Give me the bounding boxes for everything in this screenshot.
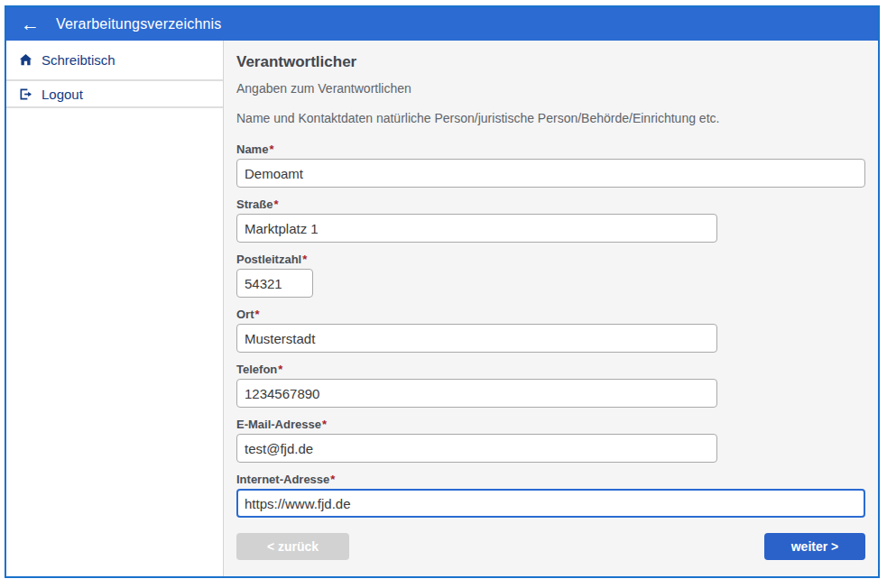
required-asterisk: * — [278, 363, 282, 376]
required-asterisk: * — [322, 418, 327, 431]
form-actions: < zurück weiter > — [236, 533, 865, 560]
page-title: Verarbeitungsverzeichnis — [56, 16, 222, 32]
required-asterisk: * — [330, 473, 335, 486]
email-input[interactable] — [236, 434, 717, 463]
field-label: Telefon* — [236, 363, 865, 376]
logout-icon — [19, 87, 32, 101]
form-title: Verantwortlicher — [236, 53, 865, 71]
required-asterisk: * — [302, 253, 307, 266]
sidebar-item-label: Schreibtisch — [42, 52, 115, 68]
field-label: Ort* — [236, 308, 865, 321]
app-body: Schreibtisch Logout Verantwortlicher Ang… — [6, 41, 878, 576]
app-window: ← Verarbeitungsverzeichnis Schreibtisch — [5, 5, 880, 578]
form-field-postleitzahl: Postleitzahl* — [236, 253, 865, 298]
field-label: Name* — [236, 142, 865, 156]
field-label: Straße* — [236, 198, 865, 211]
form-field-ort: Ort* — [236, 308, 865, 353]
postleitzahl-input[interactable] — [236, 269, 313, 298]
form-subtitle: Angaben zum Verantwortlichen — [236, 81, 865, 96]
field-label: Internet-Adresse* — [236, 473, 865, 486]
form-field-internet: Internet-Adresse* — [236, 473, 865, 518]
telefon-input[interactable] — [236, 379, 717, 408]
home-icon — [19, 53, 32, 67]
field-label: Postleitzahl* — [236, 253, 865, 266]
required-asterisk: * — [269, 142, 273, 156]
form-field-name: Name* — [236, 142, 865, 188]
form-field-email: E-Mail-Adresse* — [236, 418, 865, 463]
next-button[interactable]: weiter > — [764, 533, 865, 560]
sidebar-item-label: Logout — [42, 87, 83, 102]
internet-input[interactable] — [236, 489, 865, 518]
top-bar: ← Verarbeitungsverzeichnis — [6, 7, 878, 41]
required-asterisk: * — [255, 308, 260, 321]
back-arrow-icon[interactable]: ← — [19, 14, 42, 33]
form-fields: Name* Straße* Postleitzahl* Ort* Telefon… — [236, 142, 865, 518]
form-field-strasse: Straße* — [236, 198, 865, 243]
name-input[interactable] — [236, 159, 865, 188]
strasse-input[interactable] — [236, 214, 717, 243]
form-field-telefon: Telefon* — [236, 363, 865, 408]
main-panel: Verantwortlicher Angaben zum Verantwortl… — [224, 41, 878, 576]
ort-input[interactable] — [236, 324, 717, 353]
field-label: E-Mail-Adresse* — [236, 418, 865, 431]
form-description: Name und Kontaktdaten natürliche Person/… — [236, 111, 865, 125]
sidebar-item-logout[interactable]: Logout — [6, 81, 223, 108]
sidebar: Schreibtisch Logout — [6, 41, 224, 576]
back-button[interactable]: < zurück — [236, 533, 349, 560]
required-asterisk: * — [273, 198, 278, 211]
sidebar-item-schreibtisch[interactable]: Schreibtisch — [6, 41, 223, 81]
